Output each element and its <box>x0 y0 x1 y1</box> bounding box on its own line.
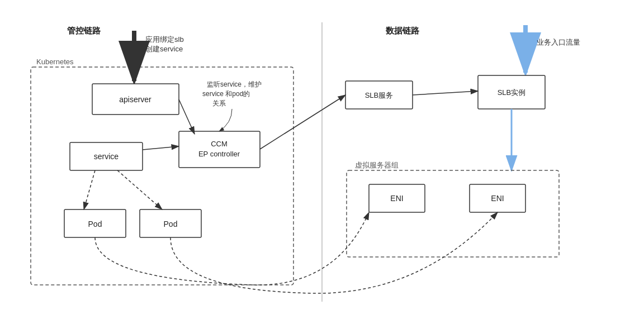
pod2-label: Pod <box>164 220 178 228</box>
business-input-label: 业务入口流量 <box>537 38 580 46</box>
apiserver-to-ccm-arrow <box>179 99 195 134</box>
pod1-to-eni1-arrow <box>95 212 369 285</box>
ccm-to-slb-service-arrow <box>260 95 345 149</box>
apiserver-label: apiserver <box>119 95 151 104</box>
eni1-label: ENI <box>390 194 403 203</box>
ccm-note-1: 监听service，维护 <box>207 80 262 88</box>
virtual-server-group-border <box>347 170 559 257</box>
ccm-note-3: 关系 <box>212 99 226 107</box>
kubernetes-label: Kubernetes <box>36 58 74 66</box>
slb-service-label: SLB服务 <box>365 91 394 99</box>
diagram-container: 管控链路 数据链路 Kubernetes 应用绑定slb 创建service <box>0 0 644 324</box>
pod2-to-eni2-arrow <box>171 212 498 293</box>
service-to-pod1-arrow <box>84 170 95 209</box>
eni2-label: ENI <box>491 194 504 203</box>
virtual-server-group-label: 虚拟服务器组 <box>355 161 399 169</box>
input-arrow-label-2: 创建service <box>145 45 183 53</box>
slb-instance-label: SLB实例 <box>498 88 526 97</box>
right-section-title: 数据链路 <box>385 26 420 35</box>
ccm-note-2: service 和pod的 <box>202 90 250 98</box>
pod1-label: Pod <box>88 220 102 228</box>
service-to-pod2-arrow <box>117 170 162 209</box>
ccm-label-2: EP controller <box>198 150 240 158</box>
left-section-title: 管控链路 <box>67 26 101 35</box>
service-to-ccm-arrow <box>143 146 179 150</box>
slb-service-to-slb-instance-arrow <box>413 91 478 95</box>
service-label: service <box>94 152 119 161</box>
ccm-label-1: CCM <box>211 140 228 148</box>
input-arrow-label-1: 应用绑定slb <box>145 35 184 44</box>
